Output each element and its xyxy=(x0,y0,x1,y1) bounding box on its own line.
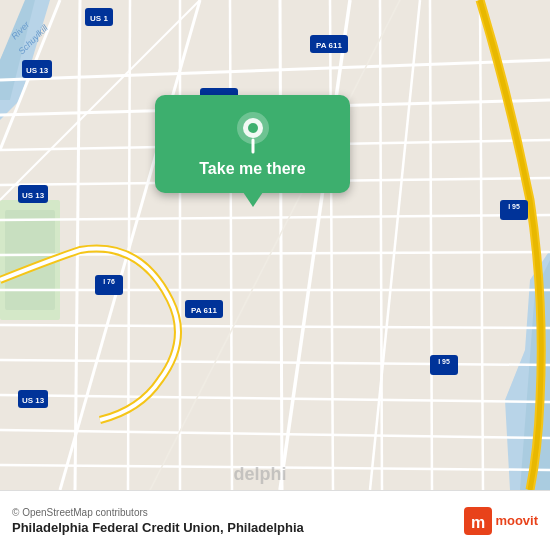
svg-text:m: m xyxy=(471,514,485,531)
svg-text:US 13: US 13 xyxy=(26,66,49,75)
svg-text:PA 611: PA 611 xyxy=(191,306,217,315)
svg-text:US 1: US 1 xyxy=(90,14,108,23)
map-popup[interactable]: Take me there xyxy=(155,95,350,193)
svg-text:PA 611: PA 611 xyxy=(316,41,342,50)
moovit-logo: m moovit xyxy=(464,507,538,535)
moovit-text: moovit xyxy=(495,513,538,528)
svg-point-59 xyxy=(248,123,258,133)
svg-text:delphi: delphi xyxy=(234,464,287,484)
bottom-bar: © OpenStreetMap contributors Philadelphi… xyxy=(0,490,550,550)
svg-text:I 95: I 95 xyxy=(438,358,450,365)
popup-take-me-there-label: Take me there xyxy=(199,160,305,178)
location-name: Philadelphia Federal Credit Union, Phila… xyxy=(12,520,304,535)
location-pin-icon xyxy=(231,110,275,154)
svg-line-23 xyxy=(280,0,282,490)
bottom-info: © OpenStreetMap contributors Philadelphi… xyxy=(12,507,304,535)
moovit-logo-icon: m xyxy=(464,507,492,535)
svg-text:I 95: I 95 xyxy=(508,203,520,210)
svg-text:US 13: US 13 xyxy=(22,396,45,405)
svg-text:I 76: I 76 xyxy=(103,278,115,285)
map-container: US 1 US 13 PA 611 PA 611 PA 611 I 76 US … xyxy=(0,0,550,490)
svg-text:US 13: US 13 xyxy=(22,191,45,200)
attribution-text: © OpenStreetMap contributors xyxy=(12,507,304,518)
